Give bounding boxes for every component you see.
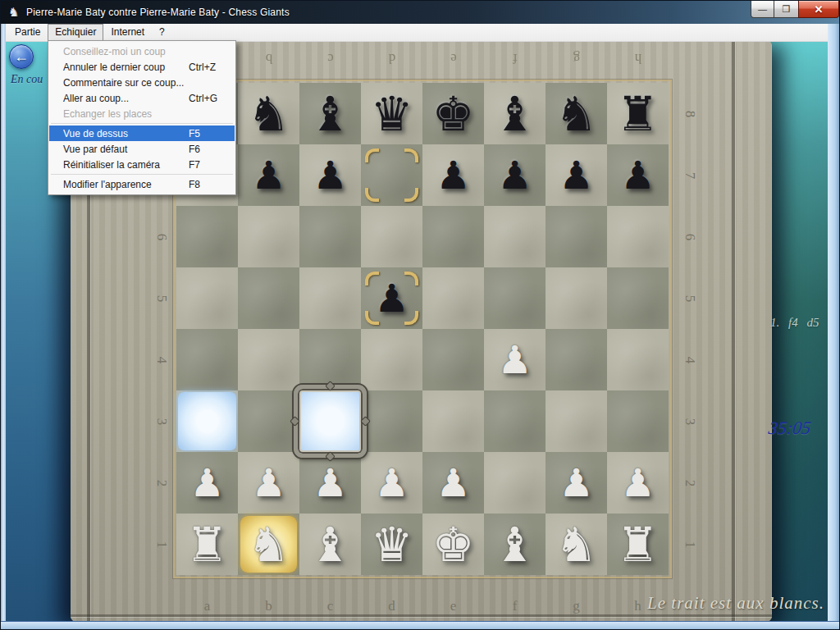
menu-item-label: Modifier l'apparence (63, 179, 189, 190)
square-g6[interactable] (546, 206, 607, 267)
white-knight-b1[interactable]: ♞ (238, 514, 299, 575)
white-pawn-b2[interactable]: ♟ (238, 452, 299, 514)
file-label-bottom-f: f (506, 597, 524, 615)
title-bar[interactable]: ♞ Pierre-Marie Baty contre Pierre-Marie … (1, 1, 840, 24)
square-f6[interactable] (484, 206, 546, 267)
square-a5[interactable] (176, 267, 238, 329)
black-pawn-f7[interactable]: ♟ (484, 144, 546, 206)
file-label-bottom-b: b (260, 597, 278, 615)
square-g5[interactable] (546, 267, 607, 329)
square-d6[interactable] (361, 206, 422, 267)
white-pawn-e2[interactable]: ♟ (422, 452, 484, 514)
board-bevel-bottom (71, 614, 772, 617)
rank-label-right-2: 2 (681, 474, 699, 492)
white-pawn-a2[interactable]: ♟ (176, 452, 238, 514)
menu-item-vue-de-dessus[interactable]: Vue de dessusF5 (49, 126, 235, 141)
square-e3[interactable] (422, 390, 484, 452)
white-rook-h1[interactable]: ♜ (607, 514, 669, 575)
menu-item-label: Commentaire sur ce coup... (63, 77, 189, 89)
hovered-target-frame[interactable] (294, 385, 367, 458)
back-button[interactable]: ← (9, 44, 34, 69)
square-a4[interactable] (176, 329, 238, 390)
square-e5[interactable] (422, 267, 484, 329)
square-h6[interactable] (607, 206, 669, 267)
black-pawn-h7[interactable]: ♟ (607, 144, 669, 206)
board-bevel-right (732, 42, 735, 621)
clock: 35:05 (767, 418, 812, 439)
menu-item-annuler-le-dernier-coup[interactable]: Annuler le dernier coupCtrl+Z (49, 59, 235, 75)
rank-label-left-4: 4 (153, 351, 171, 369)
menu-item-conseillez-moi-un-coup: Conseillez-moi un coup (49, 43, 235, 59)
square-d7[interactable] (361, 144, 422, 206)
square-f3[interactable] (484, 390, 546, 452)
black-pawn-b7[interactable]: ♟ (238, 144, 299, 206)
square-a6[interactable] (176, 206, 238, 267)
file-label-top-e: e (445, 49, 463, 67)
menu-item-commentaire-sur-ce-coup[interactable]: Commentaire sur ce coup... (49, 75, 235, 90)
black-knight-b8[interactable]: ♞ (238, 83, 299, 144)
black-rook-h8[interactable]: ♜ (607, 83, 669, 144)
square-c5[interactable] (299, 267, 361, 329)
white-bishop-c1[interactable]: ♝ (299, 514, 361, 575)
black-queen-d8[interactable]: ♛ (361, 83, 422, 144)
menu-item-r-initialiser-la-cam-ra[interactable]: Réinitialiser la caméraF7 (49, 157, 235, 172)
menu-item-vue-par-d-faut[interactable]: Vue par défautF6 (49, 141, 235, 157)
black-bishop-c8[interactable]: ♝ (299, 83, 361, 144)
square-e4[interactable] (422, 329, 484, 390)
minimize-button[interactable]: — (751, 1, 774, 18)
square-d4[interactable] (361, 329, 422, 390)
square-h5[interactable] (607, 267, 669, 329)
app-knight-icon: ♞ (8, 6, 21, 19)
black-king-e8[interactable]: ♚ (422, 83, 484, 144)
square-h4[interactable] (607, 329, 669, 390)
menu-item-label: Réinitialiser la caméra (63, 159, 189, 171)
white-king-e1[interactable]: ♚ (422, 514, 484, 575)
rank-label-right-6: 6 (681, 228, 699, 246)
menu-item-modifier-l-apparence[interactable]: Modifier l'apparenceF8 (49, 176, 235, 192)
menubar-item-echiquier[interactable]: Echiquier (48, 24, 103, 41)
black-pawn-d5[interactable]: ♟ (361, 267, 422, 329)
square-b4[interactable] (238, 329, 299, 390)
rank-label-left-6: 6 (153, 228, 171, 246)
square-b5[interactable] (238, 267, 299, 329)
square-g4[interactable] (546, 329, 607, 390)
square-b6[interactable] (238, 206, 299, 267)
window-border-right[interactable] (828, 24, 840, 630)
caption-buttons: — ❒ ✕ (751, 1, 839, 18)
white-pawn-g2[interactable]: ♟ (546, 452, 607, 514)
square-e6[interactable] (422, 206, 484, 267)
file-label-top-d: d (383, 49, 401, 67)
square-f5[interactable] (484, 267, 546, 329)
square-a3[interactable] (176, 390, 238, 452)
white-pawn-h2[interactable]: ♟ (607, 452, 669, 514)
white-knight-g1[interactable]: ♞ (546, 514, 607, 575)
close-button[interactable]: ✕ (798, 1, 839, 18)
file-label-top-c: c (322, 49, 340, 67)
white-rook-a1[interactable]: ♜ (176, 514, 238, 575)
black-pawn-c7[interactable]: ♟ (299, 144, 361, 206)
white-pawn-f4[interactable]: ♟ (484, 329, 546, 390)
file-label-top-g: g (568, 49, 586, 67)
menubar-item-internet[interactable]: Internet (103, 24, 152, 41)
square-c3[interactable] (299, 390, 361, 452)
menu-item-aller-au-coup[interactable]: Aller au coup...Ctrl+G (49, 90, 235, 106)
square-f2[interactable] (484, 452, 546, 514)
menubar-item-partie[interactable]: Partie (7, 24, 48, 41)
menubar-item-?[interactable]: ? (152, 24, 172, 41)
white-queen-d1[interactable]: ♛ (361, 514, 422, 575)
file-label-bottom-c: c (322, 597, 340, 615)
menu-item-echanger-les-places: Echanger les places (49, 106, 235, 121)
gold-corner-icon (404, 188, 418, 202)
white-pawn-d2[interactable]: ♟ (361, 452, 422, 514)
square-g3[interactable] (546, 390, 607, 452)
black-bishop-f8[interactable]: ♝ (484, 83, 546, 144)
white-bishop-f1[interactable]: ♝ (484, 514, 546, 575)
black-knight-g8[interactable]: ♞ (546, 83, 607, 144)
black-pawn-g7[interactable]: ♟ (546, 144, 607, 206)
square-h3[interactable] (607, 390, 669, 452)
black-pawn-e7[interactable]: ♟ (422, 144, 484, 206)
move-target-highlight-a3[interactable] (178, 392, 236, 450)
maximize-button[interactable]: ❒ (774, 1, 798, 18)
square-c6[interactable] (299, 206, 361, 267)
window-border-bottom[interactable] (1, 621, 840, 630)
